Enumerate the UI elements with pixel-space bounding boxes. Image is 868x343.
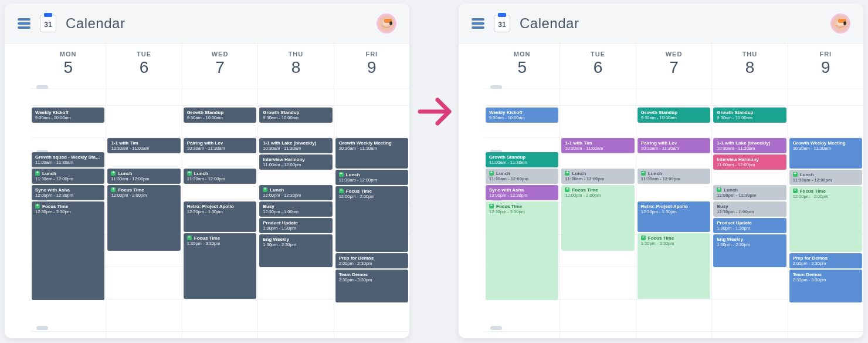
calendar-event[interactable]: Team Demos2:30pm - 3:30pm bbox=[789, 270, 862, 302]
event-title: Focus Time bbox=[489, 204, 555, 210]
event-time: 2:30pm - 3:30pm bbox=[793, 277, 859, 283]
status-dot-icon bbox=[641, 236, 646, 240]
calendar-event[interactable]: Prep for Demos2:00pm - 2:30pm bbox=[335, 253, 408, 268]
calendar-event[interactable]: Retro: Project Apollo12:30pm - 1:30pm bbox=[184, 201, 256, 232]
calendar-event[interactable]: Focus Time12:30pm - 3:30pm bbox=[486, 201, 558, 300]
calendar-event[interactable]: Lunch11:30am - 12:00pm bbox=[107, 169, 180, 184]
calendar-event[interactable]: Busy12:30pm - 1:00pm bbox=[713, 201, 786, 217]
calendar-event[interactable]: Focus Time12:00pm - 2:00pm bbox=[107, 185, 180, 251]
calendar-event[interactable]: Product Update1:00pm - 1:30pm bbox=[259, 218, 332, 233]
calendar-event[interactable]: Focus Time12:00pm - 2:00pm bbox=[561, 185, 634, 251]
calendar-event[interactable]: Growth squad - Weekly Standup11:00am - 1… bbox=[32, 152, 104, 167]
calendar-event[interactable]: Growth Standup9:30am - 10:00am bbox=[713, 107, 786, 123]
day-headers: MON5TUE6WED7THU8FRI9 bbox=[30, 43, 409, 83]
calendar-icon-day: 31 bbox=[494, 21, 510, 29]
event-time: 9:30am - 10:00am bbox=[35, 115, 101, 120]
calendar-event[interactable]: Focus Time12:30pm - 3:30pm bbox=[32, 201, 104, 300]
day-column[interactable]: Growth Weekly Meeting10:30am - 11:30amLu… bbox=[788, 83, 863, 338]
calendar-event[interactable]: Interview Harmony11:00am - 12:00pm bbox=[259, 154, 332, 170]
status-dot-icon bbox=[489, 204, 494, 209]
day-column[interactable]: 1-1 with Tim10:30am - 11:00amLunch11:30a… bbox=[106, 83, 182, 338]
calendar-event[interactable]: Lunch11:30am - 12:00pm bbox=[561, 169, 634, 184]
calendar-event[interactable]: Lunch11:30am - 12:00pm bbox=[789, 170, 862, 185]
day-column[interactable]: Weekly Kickoff9:30am - 10:00amGrowth Sta… bbox=[484, 83, 560, 338]
event-title: Focus Time bbox=[187, 236, 253, 241]
event-title: Weekly Kickoff bbox=[35, 110, 101, 116]
calendar-event[interactable]: Lunch11:30am - 12:00pm bbox=[638, 169, 710, 184]
calendar-event[interactable]: Lunch12:00pm - 12:30pm bbox=[713, 185, 786, 200]
calendar-event[interactable]: Pairing with Lev10:30am - 11:30am bbox=[184, 138, 256, 153]
event-time: 12:30pm - 1:30pm bbox=[187, 209, 253, 214]
calendar-event[interactable]: Focus Time12:00pm - 2:00pm bbox=[789, 186, 862, 252]
avatar[interactable] bbox=[830, 14, 850, 33]
calendar-event[interactable]: Product Update1:00pm - 1:30pm bbox=[713, 218, 786, 233]
calendar-event[interactable]: Interview Harmony11:00am - 12:00pm bbox=[713, 154, 786, 170]
calendar-event[interactable]: Weekly Kickoff9:30am - 10:00am bbox=[486, 107, 558, 123]
calendar-icon[interactable]: 31 bbox=[40, 15, 56, 32]
day-of-week: WED bbox=[182, 51, 257, 58]
day-column[interactable]: 1-1 with Tim10:30am - 11:00amLunch11:30a… bbox=[560, 83, 636, 338]
event-time: 2:00pm - 2:30pm bbox=[339, 261, 405, 266]
calendar-event[interactable]: Focus Time1:30pm - 3:30pm bbox=[184, 233, 256, 299]
calendar-event[interactable]: 1-1 with Tim10:30am - 11:00am bbox=[107, 138, 180, 153]
calendar-event[interactable]: Lunch11:30am - 12:00pm bbox=[335, 170, 408, 185]
calendar-event[interactable]: Team Demos2:30pm - 3:30pm bbox=[335, 270, 408, 302]
day-column[interactable]: Growth Weekly Meeting10:30am - 11:30amLu… bbox=[334, 83, 409, 338]
day-column[interactable]: Growth Standup9:30am - 10:00amPairing wi… bbox=[636, 83, 712, 338]
event-time: 11:30am - 12:00pm bbox=[793, 177, 859, 183]
event-title: Product Update bbox=[263, 220, 328, 226]
calendar-event[interactable]: 1-1 with Lake (biweekly)10:30am - 11:30a… bbox=[713, 138, 786, 153]
event-time: 1:00pm - 1:30pm bbox=[263, 226, 328, 231]
event-title: Growth Weekly Meeting bbox=[339, 140, 405, 146]
day-column[interactable]: Growth Standup9:30am - 10:00am1-1 with L… bbox=[258, 83, 334, 338]
event-title: Lunch bbox=[35, 171, 101, 177]
event-title: Growth Standup bbox=[263, 110, 328, 116]
calendar-event[interactable]: Sync with Asha12:00pm - 12:30pm bbox=[486, 185, 558, 200]
status-dot-icon bbox=[793, 172, 798, 177]
calendar-event[interactable]: 1-1 with Lake (biweekly)10:30am - 11:30a… bbox=[259, 138, 332, 153]
event-title: Pairing with Lev bbox=[641, 140, 707, 146]
calendar-event[interactable]: Focus Time12:00pm - 2:00pm bbox=[335, 186, 408, 252]
calendar-event[interactable]: Retro: Project Apollo12:30pm - 1:30pm bbox=[638, 201, 710, 232]
event-time: 11:30am - 12:00pm bbox=[187, 176, 253, 181]
calendar-event[interactable]: Lunch11:30am - 12:00pm bbox=[32, 169, 104, 184]
topbar: 31 Calendar bbox=[459, 4, 863, 43]
menu-icon[interactable] bbox=[18, 17, 30, 30]
event-title: Team Demos bbox=[339, 272, 405, 278]
status-dot-icon bbox=[187, 171, 192, 176]
calendar-icon[interactable]: 31 bbox=[494, 15, 510, 32]
calendar-event[interactable]: Pairing with Lev10:30am - 11:30am bbox=[638, 138, 710, 153]
calendar-event[interactable]: Sync with Asha12:00pm - 12:30pm bbox=[32, 185, 104, 200]
day-column[interactable]: Growth Standup9:30am - 10:00amPairing wi… bbox=[182, 83, 258, 338]
calendar-event[interactable]: Growth Standup9:30am - 10:00am bbox=[184, 107, 256, 123]
event-time: 11:30am - 12:00pm bbox=[641, 176, 707, 181]
calendar-event[interactable]: Growth Standup11:00am - 11:30am bbox=[486, 152, 558, 167]
day-number: 5 bbox=[484, 59, 560, 77]
avatar[interactable] bbox=[377, 14, 396, 33]
calendar-event[interactable]: Growth Weekly Meeting10:30am - 11:30am bbox=[335, 138, 408, 169]
calendar-event[interactable]: Weekly Kickoff9:30am - 10:00am bbox=[32, 107, 104, 123]
day-column[interactable]: Weekly Kickoff9:30am - 10:00amGrowth squ… bbox=[30, 83, 106, 338]
calendar-event[interactable]: Growth Standup9:30am - 10:00am bbox=[259, 107, 332, 123]
status-dot-icon bbox=[565, 187, 569, 192]
event-title: Growth Standup bbox=[187, 110, 253, 116]
calendar-event[interactable]: Growth Standup9:30am - 10:00am bbox=[638, 107, 710, 123]
event-title: Interview Harmony bbox=[263, 157, 328, 163]
calendar-event[interactable]: Lunch12:00pm - 12:30pm bbox=[259, 185, 332, 200]
event-title: Lunch bbox=[565, 171, 630, 177]
calendar-event[interactable]: Growth Weekly Meeting10:30am - 11:30am bbox=[789, 138, 862, 169]
calendar-event[interactable]: 1-1 with Tim10:30am - 11:00am bbox=[561, 138, 634, 153]
event-title: 1-1 with Lake (biweekly) bbox=[717, 140, 782, 146]
event-time: 11:00am - 11:30am bbox=[35, 160, 101, 165]
calendar-event[interactable]: Focus Time1:30pm - 3:30pm bbox=[638, 233, 710, 299]
calendar-event[interactable]: Eng Weekly1:30pm - 2:30pm bbox=[713, 234, 786, 267]
day-header: FRI9 bbox=[788, 43, 863, 83]
calendar-event[interactable]: Prep for Demos2:00pm - 2:30pm bbox=[789, 253, 862, 268]
day-column[interactable]: Growth Standup9:30am - 10:00am1-1 with L… bbox=[712, 83, 788, 338]
calendar-event[interactable]: Busy12:30pm - 1:00pm bbox=[259, 201, 332, 217]
calendar-event[interactable]: Lunch11:30am - 12:00pm bbox=[486, 169, 558, 184]
calendar-event[interactable]: Eng Weekly1:30pm - 2:30pm bbox=[259, 234, 332, 267]
calendar-event[interactable]: Lunch11:30am - 12:00pm bbox=[184, 169, 256, 184]
event-time: 10:30am - 11:30am bbox=[717, 146, 782, 151]
menu-icon[interactable] bbox=[472, 17, 484, 30]
